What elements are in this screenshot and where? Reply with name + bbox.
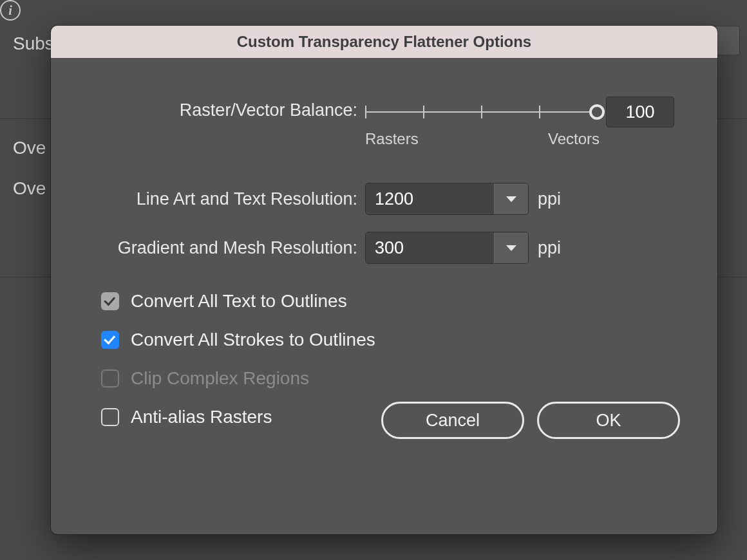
gradient-unit: ppi	[538, 238, 561, 258]
gradient-dropdown-button[interactable]	[495, 232, 528, 263]
info-icon: i	[0, 0, 747, 21]
chevron-down-icon	[506, 245, 516, 251]
line-art-input[interactable]: 1200	[366, 183, 495, 214]
anti-alias-checkbox[interactable]	[101, 408, 119, 426]
raster-vector-label: Raster/Vector Balance:	[77, 97, 365, 120]
slider-thumb[interactable]	[589, 104, 605, 120]
anti-alias-label: Anti-alias Rasters	[131, 407, 272, 427]
bg-label-subs: Subs	[13, 33, 54, 54]
convert-strokes-label: Convert All Strokes to Outlines	[131, 330, 375, 350]
raster-vector-slider[interactable]	[365, 103, 597, 121]
gradient-input[interactable]: 300	[366, 232, 495, 263]
gradient-label: Gradient and Mesh Resolution:	[77, 238, 365, 258]
slider-max-label: Vectors	[548, 130, 600, 148]
line-art-label: Line Art and Text Resolution:	[77, 189, 365, 209]
transparency-flattener-dialog: Custom Transparency Flattener Options Ra…	[51, 26, 717, 534]
ok-button[interactable]: OK	[537, 402, 680, 439]
dialog-title: Custom Transparency Flattener Options	[51, 26, 717, 58]
line-art-combo[interactable]: 1200	[365, 183, 529, 215]
clip-complex-checkbox	[101, 369, 119, 387]
slider-min-label: Rasters	[365, 130, 419, 148]
convert-strokes-checkbox[interactable]	[101, 331, 119, 349]
bg-label-ove2: Ove	[13, 178, 46, 199]
cancel-button[interactable]: Cancel	[381, 402, 524, 439]
gradient-combo[interactable]: 300	[365, 232, 529, 264]
raster-vector-value[interactable]: 100	[606, 97, 674, 127]
line-art-dropdown-button[interactable]	[495, 183, 528, 214]
bg-label-ove1: Ove	[13, 138, 46, 158]
convert-text-label: Convert All Text to Outlines	[131, 291, 347, 312]
convert-text-checkbox[interactable]	[101, 292, 119, 310]
clip-complex-label: Clip Complex Regions	[131, 368, 309, 389]
checkmark-icon	[104, 294, 115, 306]
line-art-unit: ppi	[538, 189, 561, 209]
chevron-down-icon	[506, 196, 516, 202]
checkmark-icon	[104, 333, 115, 345]
